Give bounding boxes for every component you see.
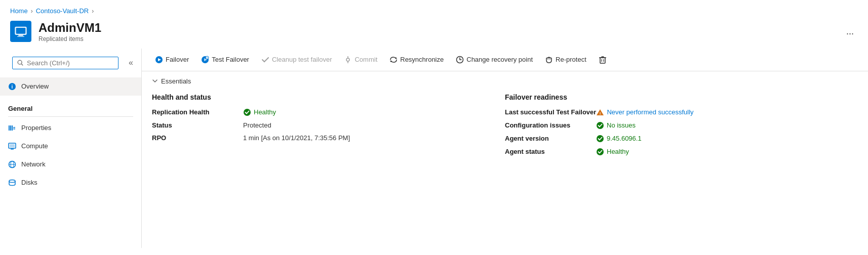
- svg-point-26: [346, 58, 349, 61]
- compute-icon: [8, 142, 16, 150]
- health-col-title: Health and status: [152, 93, 485, 101]
- replication-health-value: Healthy: [243, 108, 276, 116]
- healthy-icon: [243, 108, 251, 116]
- svg-point-4: [18, 60, 22, 64]
- svg-rect-11: [13, 127, 15, 128]
- svg-point-40: [597, 122, 604, 129]
- test-failover-button[interactable]: T Test Failover: [196, 53, 254, 67]
- rpo-label: RPO: [152, 134, 243, 142]
- sidebar-item-compute-label: Compute: [21, 142, 48, 150]
- sidebar-item-disks[interactable]: Disks: [0, 174, 141, 192]
- svg-rect-2: [18, 35, 23, 36]
- breadcrumb: Home › Contoso-Vault-DR ›: [0, 0, 868, 18]
- agent-status-label: Agent status: [505, 148, 596, 155]
- sidebar-item-network-label: Network: [21, 160, 46, 168]
- svg-rect-3: [17, 36, 24, 37]
- svg-rect-8: [9, 125, 10, 131]
- nav-divider: [8, 116, 133, 117]
- sidebar-item-properties[interactable]: Properties: [0, 119, 141, 137]
- svg-line-5: [21, 64, 23, 65]
- agent-status-status: Healthy: [596, 148, 629, 156]
- delete-button[interactable]: [594, 53, 612, 67]
- sidebar: « i Overview General Properties: [0, 49, 142, 248]
- svg-point-41: [597, 135, 604, 142]
- no-issues-status: No issues: [596, 121, 636, 130]
- agent-status-icon: [596, 148, 604, 156]
- sidebar-item-properties-label: Properties: [21, 124, 51, 132]
- reprotect-icon: [545, 56, 553, 64]
- svg-rect-15: [11, 149, 14, 150]
- more-button[interactable]: ...: [842, 24, 858, 39]
- delete-icon: [599, 56, 607, 64]
- vm-icon: [10, 21, 31, 42]
- failover-button[interactable]: Failover: [150, 53, 194, 67]
- search-box[interactable]: [12, 57, 119, 69]
- never-performed-link[interactable]: Never performed successfully: [607, 108, 693, 116]
- resynchronize-label: Resynchronize: [400, 56, 444, 63]
- chevron-down-icon: [152, 78, 158, 84]
- page-header: AdminVM1 Replicated items ...: [0, 18, 868, 49]
- sidebar-item-overview[interactable]: i Overview: [0, 77, 141, 96]
- change-recovery-button[interactable]: Change recovery point: [451, 53, 538, 67]
- agent-version-status: 9.45.6096.1: [596, 135, 642, 143]
- page-title: AdminVM1: [38, 21, 835, 35]
- replication-health-label: Replication Health: [152, 108, 243, 116]
- svg-rect-14: [10, 144, 15, 147]
- sidebar-item-compute[interactable]: Compute: [0, 137, 141, 155]
- breadcrumb-home[interactable]: Home: [10, 7, 28, 15]
- sidebar-item-overview-label: Overview: [21, 82, 49, 90]
- test-failover-icon: T: [201, 56, 209, 64]
- status-label: Status: [152, 121, 243, 129]
- svg-text:T: T: [207, 57, 208, 60]
- search-input[interactable]: [27, 59, 114, 67]
- config-issues-label: Configuration issues: [505, 121, 596, 129]
- svg-rect-12: [13, 129, 15, 130]
- rpo-value: 1 min [As on 10/1/2021, 7:35:56 PM]: [243, 134, 350, 142]
- resynchronize-button[interactable]: Resynchronize: [384, 53, 449, 67]
- test-failover-label: Test Failover: [212, 56, 249, 63]
- network-icon: [8, 160, 16, 168]
- sidebar-item-network[interactable]: Network: [0, 155, 141, 174]
- healthy-status: Healthy: [243, 108, 276, 116]
- svg-text:i: i: [12, 84, 13, 90]
- essentials-label: Essentials: [161, 77, 191, 85]
- reprotect-button[interactable]: Re-protect: [540, 53, 591, 67]
- rpo-row: RPO 1 min [As on 10/1/2021, 7:35:56 PM]: [152, 134, 485, 142]
- breadcrumb-vault[interactable]: Contoso-Vault-DR: [36, 7, 89, 15]
- vm-svg: [14, 24, 28, 38]
- svg-point-19: [9, 180, 15, 182]
- resync-icon: [389, 56, 398, 64]
- collapse-button[interactable]: «: [127, 56, 135, 69]
- status-row: Status Protected: [152, 121, 485, 129]
- page-subtitle: Replicated items: [38, 35, 835, 42]
- cleanup-button[interactable]: Cleanup test failover: [256, 53, 337, 67]
- svg-rect-32: [600, 58, 605, 63]
- last-test-failover-value: ! Never performed successfully: [596, 108, 693, 116]
- essentials-section: Essentials Health and status Replication…: [142, 71, 868, 167]
- failover-col-title: Failover readiness: [505, 93, 838, 101]
- last-test-failover-label: Last successful Test Failover: [505, 108, 596, 116]
- cleanup-label: Cleanup test failover: [272, 56, 332, 63]
- svg-point-42: [597, 148, 604, 155]
- commit-icon: [344, 56, 352, 64]
- failover-icon: [155, 56, 163, 64]
- svg-text:!: !: [600, 111, 601, 115]
- checkmark-icon: [261, 56, 269, 64]
- config-issues-row: Configuration issues No issues: [505, 121, 838, 130]
- failover-label: Failover: [166, 56, 189, 63]
- main-layout: « i Overview General Properties: [0, 49, 868, 248]
- failover-column: Failover readiness Last successful Test …: [505, 93, 858, 161]
- essentials-grid: Health and status Replication Health Hea…: [152, 93, 858, 161]
- overview-icon: i: [8, 82, 16, 91]
- essentials-header[interactable]: Essentials: [152, 77, 858, 85]
- breadcrumb-sep-1: ›: [31, 8, 33, 15]
- reprotect-label: Re-protect: [556, 56, 586, 63]
- general-section-label: General: [0, 100, 141, 114]
- last-test-failover-row: Last successful Test Failover ! Never pe…: [505, 108, 838, 116]
- commit-button[interactable]: Commit: [339, 53, 382, 67]
- health-column: Health and status Replication Health Hea…: [152, 93, 505, 161]
- replication-health-row: Replication Health Healthy: [152, 108, 485, 116]
- svg-rect-9: [10, 125, 11, 131]
- page-title-group: AdminVM1 Replicated items: [38, 21, 835, 42]
- agent-version-icon: [596, 135, 604, 143]
